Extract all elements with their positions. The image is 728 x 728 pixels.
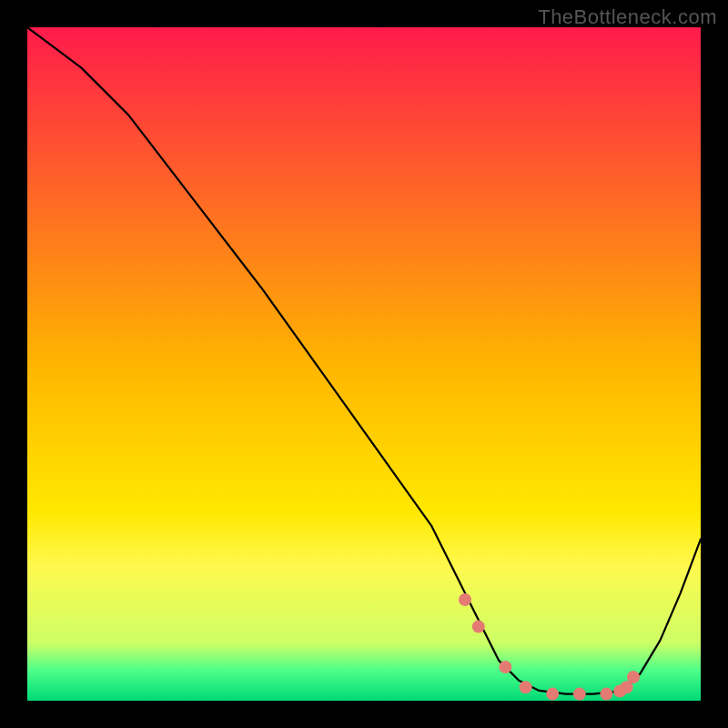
marker-dot [627,671,640,683]
chart-frame: TheBottleneck.com [0,0,728,728]
watermark-text: TheBottleneck.com [538,5,717,29]
plot-area [27,27,701,701]
bottleneck-chart [27,27,701,701]
marker-dot [459,593,471,606]
marker-dot [546,688,559,701]
marker-dot [600,688,612,701]
marker-dot [573,688,586,701]
gradient-background [27,27,701,701]
marker-dot [472,621,485,633]
marker-dot [520,681,532,693]
marker-dot [499,661,511,673]
